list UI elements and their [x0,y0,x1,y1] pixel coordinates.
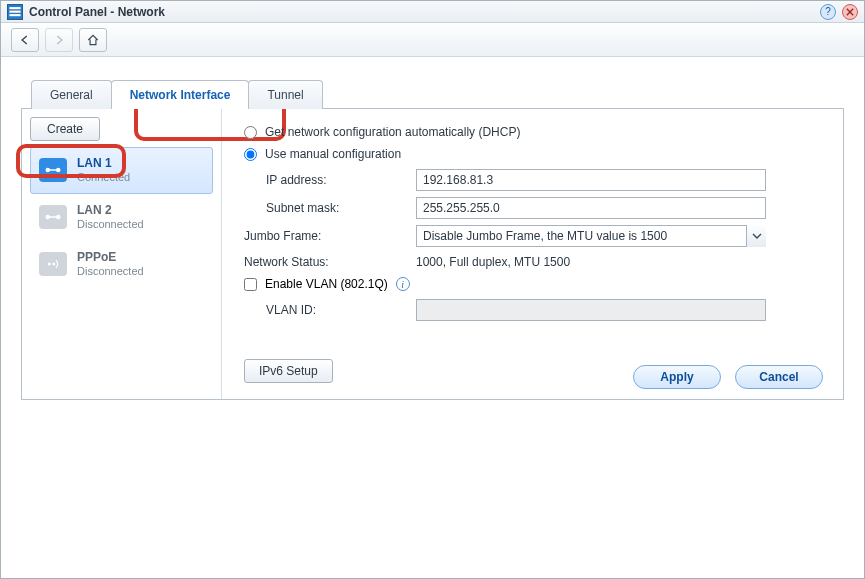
svg-rect-1 [9,14,20,16]
tab-general[interactable]: General [31,80,112,109]
left-column: Create LAN 1 Connected [22,109,222,399]
titlebar: Control Panel - Network ? [1,1,864,23]
tab-label: Network Interface [130,88,231,102]
ipv6-setup-button[interactable]: IPv6 Setup [244,359,333,383]
interface-name: LAN 2 [77,203,144,218]
interface-status: Disconnected [77,218,144,232]
interface-name: PPPoE [77,250,144,265]
interface-list: LAN 1 Connected LAN 2 Disconnected [30,147,213,287]
interface-text: LAN 1 Connected [77,156,130,185]
ip-address-label: IP address: [266,173,416,187]
svg-rect-7 [48,170,59,172]
ethernet-icon [39,158,67,182]
network-status-value: 1000, Full duplex, MTU 1500 [416,255,570,269]
home-button[interactable] [79,28,107,52]
subnet-mask-input[interactable] [416,197,766,219]
forward-button[interactable] [45,28,73,52]
radio-dhcp-input[interactable] [244,126,257,139]
enable-vlan-label: Enable VLAN (802.1Q) [265,277,388,291]
svg-rect-2 [9,7,20,9]
jumbo-frame-select[interactable]: Disable Jumbo Frame, the MTU value is 15… [416,225,766,247]
tab-network-interface[interactable]: Network Interface [111,80,250,109]
jumbo-frame-value: Disable Jumbo Frame, the MTU value is 15… [423,229,667,243]
network-status-label: Network Status: [244,255,416,269]
body: General Network Interface Tunnel Create [1,57,864,578]
tab-label: Tunnel [267,88,303,102]
vlan-id-label: VLAN ID: [266,303,416,317]
radio-manual-label: Use manual configuration [265,147,401,161]
interface-name: LAN 1 [77,156,130,171]
radio-dhcp[interactable]: Get network configuration automatically … [244,125,821,139]
jumbo-frame-label: Jumbo Frame: [244,229,416,243]
interface-item-pppoe[interactable]: PPPoE Disconnected [30,241,213,288]
tabs: General Network Interface Tunnel [31,79,844,108]
svg-rect-10 [48,216,59,218]
enable-vlan-checkbox[interactable] [244,278,257,291]
tab-label: General [50,88,93,102]
titlebar-controls: ? [820,4,858,20]
ethernet-icon [39,205,67,229]
interface-status: Connected [77,171,130,185]
interface-text: LAN 2 Disconnected [77,203,144,232]
vlan-id-input [416,299,766,321]
create-button[interactable]: Create [30,117,100,141]
close-button[interactable] [842,4,858,20]
svg-point-11 [48,262,51,265]
svg-rect-0 [9,10,20,12]
help-button[interactable]: ? [820,4,836,20]
radio-manual-input[interactable] [244,148,257,161]
interface-text: PPPoE Disconnected [77,250,144,279]
right-column: Get network configuration automatically … [222,109,843,399]
tab-tunnel[interactable]: Tunnel [248,80,322,109]
app-icon [7,4,23,20]
pppoe-icon [39,252,67,276]
chevron-down-icon [746,225,766,247]
info-icon[interactable]: i [396,277,410,291]
ip-address-input[interactable] [416,169,766,191]
back-button[interactable] [11,28,39,52]
interface-item-lan1[interactable]: LAN 1 Connected [30,147,213,194]
cancel-button[interactable]: Cancel [735,365,823,389]
tab-panel: Create LAN 1 Connected [21,108,844,400]
navbar [1,23,864,57]
enable-vlan-row[interactable]: Enable VLAN (802.1Q) i [244,277,821,291]
interface-item-lan2[interactable]: LAN 2 Disconnected [30,194,213,241]
radio-manual[interactable]: Use manual configuration [244,147,821,161]
svg-point-12 [52,262,55,265]
interface-status: Disconnected [77,265,144,279]
subnet-mask-label: Subnet mask: [266,201,416,215]
footer-buttons: Apply Cancel [633,365,823,389]
radio-dhcp-label: Get network configuration automatically … [265,125,520,139]
window: Control Panel - Network ? General Networ… [0,0,865,579]
window-title: Control Panel - Network [29,5,165,19]
apply-button[interactable]: Apply [633,365,721,389]
